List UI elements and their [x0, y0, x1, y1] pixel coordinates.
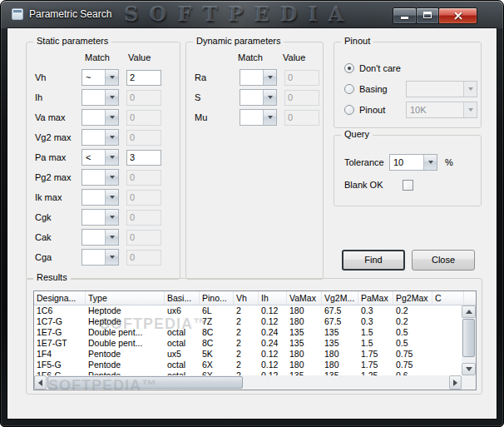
param-row-cgk: Cgk0 — [35, 209, 176, 226]
cak-value-field[interactable]: 0 — [126, 230, 161, 246]
cell — [432, 349, 462, 360]
pinout-radio[interactable] — [344, 105, 354, 115]
pinout-group-title: Pinout — [341, 36, 373, 46]
ik-max-value-field[interactable]: 0 — [126, 190, 161, 206]
static-value-header: Value — [128, 52, 151, 62]
pa-max-match-combo[interactable]: < — [82, 149, 119, 166]
basing-combo[interactable] — [406, 81, 477, 97]
va-max-value-field[interactable]: 0 — [126, 110, 161, 126]
cak-match-combo[interactable] — [82, 229, 119, 246]
cell: 1E7-GT — [34, 338, 86, 349]
cell: 180 — [287, 316, 322, 327]
param-row-ra: Ra0 — [195, 69, 319, 86]
cell: Pentode — [86, 360, 165, 370]
pinout-option-pinout: Pinout10K — [344, 101, 476, 118]
cell: 0.24 — [259, 327, 287, 338]
s-match-combo[interactable] — [240, 89, 277, 106]
scroll-up-button[interactable] — [462, 305, 476, 318]
scroll-down-button[interactable] — [462, 363, 476, 375]
pg2-max-match-combo[interactable] — [82, 169, 119, 186]
ih-value-field[interactable]: 0 — [126, 90, 161, 106]
mu-match-combo[interactable] — [240, 109, 277, 126]
vg2-max-match-combo[interactable] — [82, 129, 119, 146]
param-row-mu: Mu0 — [195, 109, 319, 126]
cell: 5K — [200, 349, 234, 360]
results-table: Designa...TypeBasi...Pino...VhIhVaMaxVg2… — [33, 290, 477, 390]
cell — [165, 316, 200, 327]
minimize-button[interactable] — [393, 7, 417, 24]
vh-value-field[interactable]: 2 — [126, 70, 161, 86]
table-row[interactable]: 1E7-GDouble pent...octal8C20.241351351.5… — [34, 327, 462, 338]
pg2-max-value-field[interactable]: 0 — [126, 170, 161, 186]
basing-radio[interactable] — [344, 84, 354, 94]
ra-value-field[interactable]: 0 — [284, 70, 319, 86]
table-row[interactable]: 1E7-GTDouble pent...octal8C20.241351351.… — [34, 338, 462, 349]
column-header-basi[interactable]: Basi... — [165, 291, 200, 305]
cell: 0.2 — [393, 316, 432, 327]
param-label-vh: Vh — [35, 72, 82, 82]
dynamic-parameters-group: Dynamic parameters Match Value Ra0S0Mu0 — [185, 42, 324, 280]
horizontal-scrollbar[interactable] — [34, 375, 462, 390]
scroll-up-icon — [466, 310, 472, 314]
s-value-field[interactable]: 0 — [284, 90, 319, 106]
horizontal-scroll-thumb[interactable] — [47, 376, 243, 389]
column-header-designa[interactable]: Designa... — [34, 291, 86, 305]
arrow-glyph — [110, 136, 115, 139]
param-label-va-max: Va max — [35, 112, 82, 122]
cell: 1.75 — [358, 349, 393, 360]
ra-match-combo[interactable] — [240, 69, 277, 86]
cell: octal — [165, 338, 200, 349]
table-row[interactable]: 1F4Pentodeux55K20.121801801.750.75 — [34, 349, 462, 360]
pinout-label: Pinout — [359, 105, 399, 115]
mu-value-field[interactable]: 0 — [284, 110, 319, 126]
don-t-care-radio[interactable] — [344, 63, 354, 73]
cga-value-field[interactable]: 0 — [126, 250, 161, 266]
vertical-scroll-thumb[interactable] — [462, 319, 475, 357]
cgk-value-field[interactable]: 0 — [126, 210, 161, 226]
cgk-match-combo[interactable] — [82, 209, 119, 226]
radio-dot — [348, 67, 351, 70]
param-row-pg2-max: Pg2 max0 — [35, 169, 176, 186]
column-header-vh[interactable]: Vh — [234, 291, 259, 305]
vh-match-combo[interactable]: ~ — [82, 69, 119, 86]
pinout-combo-value: 10K — [407, 105, 463, 115]
column-header-vg2m[interactable]: Vg2M... — [322, 291, 358, 305]
column-header-ih[interactable]: Ih — [259, 291, 287, 305]
cell: 0.3 — [358, 316, 393, 327]
va-max-match-combo[interactable] — [82, 109, 119, 126]
cell: 135 — [322, 338, 358, 349]
scroll-right-button[interactable] — [449, 375, 462, 390]
scroll-left-button[interactable] — [34, 375, 47, 390]
column-header-c[interactable]: C — [432, 291, 464, 305]
blank-ok-checkbox[interactable] — [403, 180, 413, 191]
param-label-cgk: Cgk — [35, 212, 82, 222]
ih-match-combo[interactable] — [82, 89, 119, 106]
column-header-vamax[interactable]: VaMax — [287, 291, 322, 305]
param-label-pa-max: Pa max — [35, 152, 82, 162]
tolerance-row: Tolerance 10 % — [344, 154, 453, 171]
table-row[interactable]: 1C7-GHeptode7Z20.1218067.50.30.2 — [34, 316, 462, 327]
column-header-pamax[interactable]: PaMax — [358, 291, 393, 305]
arrow-glyph — [110, 196, 115, 199]
table-row[interactable]: 1F5-GPentodeoctal6X20.121801801.750.75 — [34, 360, 462, 370]
vg2-max-value-field[interactable]: 0 — [126, 130, 161, 146]
find-button[interactable]: Find — [342, 250, 405, 271]
close-dialog-button[interactable]: Close — [412, 250, 475, 271]
pa-max-value-field[interactable]: 3 — [126, 150, 161, 166]
cga-match-combo[interactable] — [82, 249, 119, 266]
column-header-type[interactable]: Type — [86, 291, 165, 305]
close-window-button[interactable] — [438, 7, 477, 24]
pinout-combo[interactable]: 10K — [406, 102, 477, 118]
table-row[interactable]: 1C6Heptodeux66L20.1218067.50.30.2 — [34, 305, 462, 316]
column-header-pino[interactable]: Pino... — [200, 291, 234, 305]
pinout-option-don-t-care: Don't care — [344, 59, 476, 77]
tolerance-combo[interactable]: 10 — [389, 154, 437, 171]
maximize-button[interactable] — [416, 7, 439, 24]
cell: 1F4 — [34, 349, 86, 360]
ik-max-match-combo[interactable] — [82, 189, 119, 206]
cell: 1.75 — [358, 360, 393, 370]
cell — [432, 305, 462, 316]
vertical-scrollbar[interactable] — [462, 305, 476, 375]
column-header-pg2max[interactable]: Pg2Max — [393, 291, 432, 305]
titlebar[interactable]: SOFTPEDIA Parametric Search — [1, 1, 503, 28]
